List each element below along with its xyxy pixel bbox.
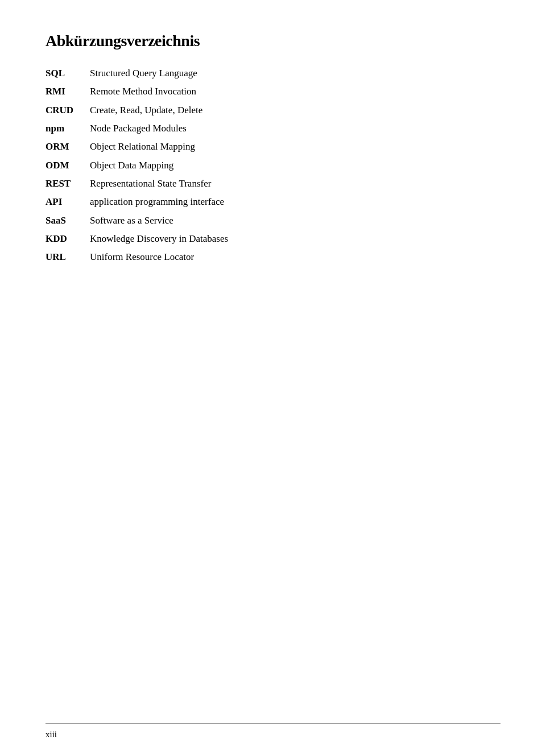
list-item: SQLStructured Query Language [46, 66, 500, 81]
abbrev-description: Object Relational Mapping [90, 139, 195, 154]
abbrev-description: Software as a Service [90, 213, 173, 228]
abbrev-description: Remote Method Invocation [90, 84, 196, 99]
abbrev-term: KDD [46, 232, 84, 246]
list-item: KDDKnowledge Discovery in Databases [46, 232, 500, 246]
list-item: npmNode Packaged Modules [46, 121, 500, 136]
abbrev-description: Representational State Transfer [90, 176, 211, 191]
abbrev-term: ODM [46, 158, 84, 173]
page-title: Abkürzungsverzeichnis [46, 32, 500, 50]
abbrev-term: CRUD [46, 103, 84, 118]
list-item: CRUDCreate, Read, Update, Delete [46, 103, 500, 118]
list-item: RESTRepresentational State Transfer [46, 176, 500, 191]
abbrev-term: ORM [46, 139, 84, 154]
abbreviation-list: SQLStructured Query LanguageRMIRemote Me… [46, 66, 500, 265]
page-footer: xiii [0, 724, 546, 740]
abbrev-term: URL [46, 250, 84, 265]
list-item: SaaSSoftware as a Service [46, 213, 500, 228]
abbrev-description: Create, Read, Update, Delete [90, 103, 202, 118]
abbrev-term: RMI [46, 84, 84, 99]
abbrev-term: API [46, 195, 84, 209]
list-item: ORMObject Relational Mapping [46, 139, 500, 154]
footer-rule [46, 724, 500, 724]
abbrev-term: SaaS [46, 213, 84, 228]
abbrev-description: Structured Query Language [90, 66, 197, 81]
list-item: RMIRemote Method Invocation [46, 84, 500, 99]
page-number: xiii [46, 730, 57, 739]
abbrev-description: Object Data Mapping [90, 158, 173, 173]
abbrev-term: SQL [46, 66, 84, 81]
page-container: Abkürzungsverzeichnis SQLStructured Quer… [0, 0, 546, 756]
abbrev-term: npm [46, 121, 84, 136]
list-item: URLUniform Resource Locator [46, 250, 500, 265]
abbrev-description: Uniform Resource Locator [90, 250, 194, 265]
list-item: ODMObject Data Mapping [46, 158, 500, 173]
abbrev-description: Knowledge Discovery in Databases [90, 232, 228, 246]
list-item: APIapplication programming interface [46, 195, 500, 209]
abbrev-description: application programming interface [90, 195, 224, 209]
abbrev-term: REST [46, 176, 84, 191]
abbrev-description: Node Packaged Modules [90, 121, 187, 136]
